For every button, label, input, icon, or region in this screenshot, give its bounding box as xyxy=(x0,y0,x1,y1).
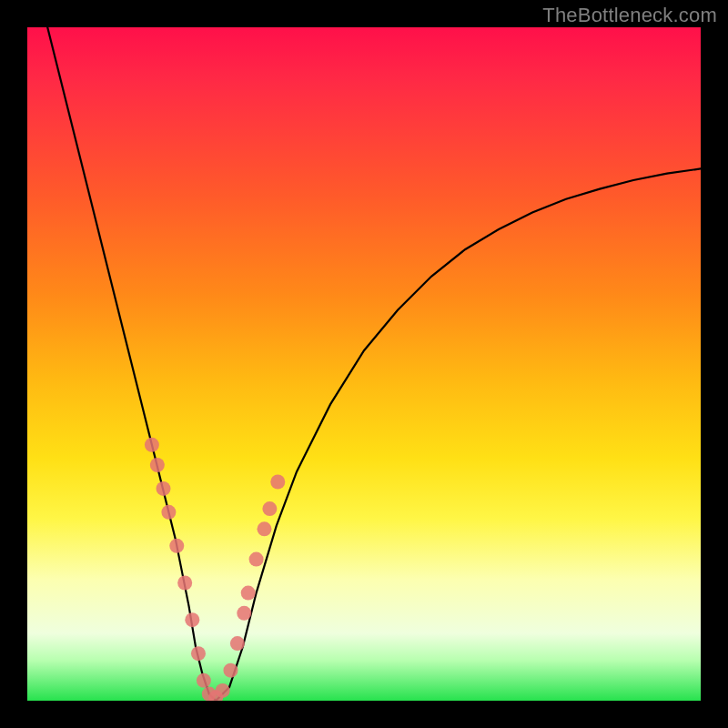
watermark-text: TheBottleneck.com xyxy=(542,4,717,27)
marker-dot xyxy=(257,521,271,536)
plot-area xyxy=(27,27,701,701)
marker-dot xyxy=(270,475,285,490)
marker-dot xyxy=(249,552,264,567)
marker-dot xyxy=(156,481,170,496)
marker-dot xyxy=(262,501,277,516)
marker-dot xyxy=(191,646,206,661)
marker-dot xyxy=(216,683,230,698)
marker-dot xyxy=(145,438,159,452)
chart-overlay xyxy=(27,27,701,701)
marker-dot xyxy=(223,663,238,678)
bottleneck-curve xyxy=(47,27,701,701)
marker-dot xyxy=(177,576,192,591)
marker-dot xyxy=(197,673,211,688)
chart-frame: TheBottleneck.com xyxy=(0,0,728,728)
marker-dot xyxy=(185,612,199,627)
marker-dot xyxy=(169,539,184,553)
marker-dot xyxy=(150,458,165,472)
marker-dot xyxy=(230,636,245,651)
marker-dot xyxy=(241,586,256,601)
marker-dot xyxy=(237,606,251,621)
marker-dot xyxy=(161,505,176,520)
